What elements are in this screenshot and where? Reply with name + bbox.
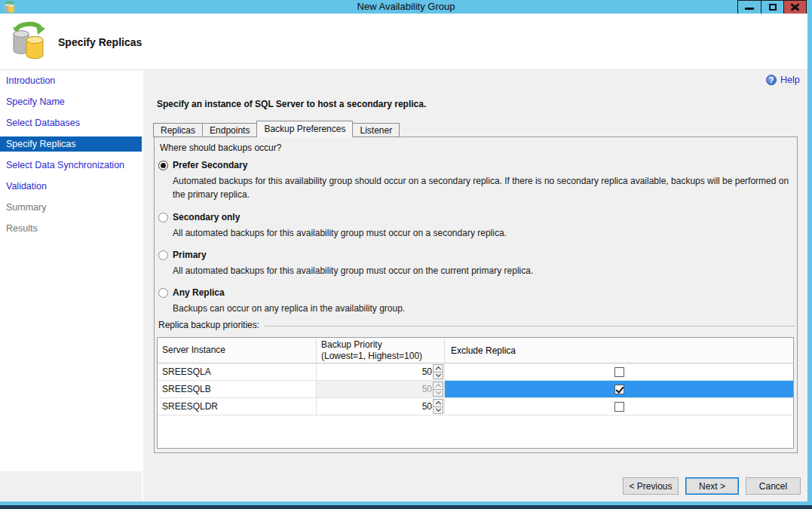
exclude-replica-checkbox[interactable] — [614, 367, 624, 377]
replica-backup-priorities-label: Replica backup priorities: — [158, 320, 259, 330]
minimize-icon — [745, 8, 754, 10]
tab-replicas[interactable]: Replicas — [153, 123, 203, 137]
priority-value[interactable]: 50 — [422, 401, 432, 412]
exclude-replica-cell — [445, 398, 793, 415]
sidebar-divider — [142, 70, 143, 501]
next-button[interactable]: Next > — [685, 477, 739, 495]
help-link[interactable]: ? Help — [766, 75, 800, 85]
priority-spinner — [433, 364, 443, 379]
prefer-secondary-label[interactable]: Prefer Secondary — [173, 160, 247, 170]
chevron-down-icon — [435, 372, 440, 377]
sidebar-item-introduction[interactable]: Introduction — [0, 73, 142, 88]
tab-backup-preferences[interactable]: Backup Preferences — [256, 121, 353, 137]
server-instance-cell[interactable]: SREESQLDR — [158, 398, 317, 415]
help-label: Help — [780, 75, 800, 85]
grid-row-sreesqlb[interactable]: SREESQLB 50 — [158, 381, 793, 398]
minimize-button[interactable] — [738, 1, 761, 14]
backup-priority-cell[interactable]: 50 — [317, 363, 445, 380]
server-instance-cell[interactable]: SREESQLA — [158, 363, 317, 380]
tab-endpoints[interactable]: Endpoints — [202, 123, 257, 137]
column-header-exclude-replica[interactable]: Exclude Replica — [445, 338, 793, 363]
backup-priority-cell: 50 — [317, 381, 445, 397]
instruction-heading: Specify an instance of SQL Server to hos… — [157, 99, 426, 109]
window-title: New Availability Group — [0, 0, 812, 14]
availability-group-icon — [8, 20, 48, 61]
sidebar-item-select-data-synchronization[interactable]: Select Data Synchronization — [0, 158, 142, 173]
any-replica-radio[interactable] — [158, 288, 168, 298]
primary-radio[interactable] — [158, 250, 168, 260]
chevron-down-icon — [435, 389, 440, 394]
exclude-replica-cell — [445, 363, 793, 380]
titlebar[interactable]: New Availability Group — [0, 0, 812, 14]
cancel-button[interactable]: Cancel — [746, 477, 801, 495]
replica-backup-priorities-group: Replica backup priorities: — [158, 320, 795, 330]
server-instance-cell[interactable]: SREESQLB — [158, 381, 317, 397]
maximize-icon — [769, 4, 777, 11]
secondary-only-description: All automated backups for this availabil… — [173, 227, 795, 241]
tab-strip: Replicas Endpoints Backup Preferences Li… — [154, 121, 400, 137]
help-icon: ? — [766, 75, 777, 85]
maximize-button[interactable] — [761, 1, 783, 14]
exclude-replica-checkbox[interactable] — [614, 385, 624, 394]
spinner-down-button[interactable] — [433, 372, 443, 380]
primary-description: All automated backups for this availabil… — [173, 265, 795, 278]
primary-label[interactable]: Primary — [173, 250, 207, 260]
secondary-only-label[interactable]: Secondary only — [173, 212, 240, 222]
secondary-only-radio[interactable] — [158, 213, 168, 222]
bottom-strip — [0, 505, 812, 509]
replica-priorities-grid: Server Instance Backup Priority (Lowest=… — [157, 337, 794, 449]
priority-value[interactable]: 50 — [422, 366, 432, 377]
window-controls — [737, 0, 807, 14]
any-replica-label[interactable]: Any Replica — [173, 287, 225, 298]
backup-priority-cell[interactable]: 50 — [317, 398, 445, 415]
page-title: Specify Replicas — [58, 36, 142, 48]
tab-listener[interactable]: Listener — [352, 123, 400, 137]
priority-spinner — [433, 382, 443, 397]
sidebar-item-summary: Summary — [0, 200, 142, 215]
sidebar-item-results: Results — [0, 221, 142, 236]
sidebar-item-specify-name[interactable]: Specify Name — [0, 94, 142, 109]
spinner-down-button — [433, 389, 443, 397]
group-separator-line — [265, 326, 795, 327]
column-header-server-instance[interactable]: Server Instance — [158, 338, 317, 363]
backup-question-label: Where should backups occur? — [160, 143, 281, 153]
exclude-replica-cell — [445, 381, 793, 397]
grid-header-row: Server Instance Backup Priority (Lowest=… — [158, 338, 793, 363]
prefer-secondary-radio[interactable] — [158, 161, 168, 170]
grid-row-sreesqla[interactable]: SREESQLA 50 — [158, 363, 793, 381]
sidebar-item-specify-replicas[interactable]: Specify Replicas — [0, 136, 142, 152]
backup-priority-header-line1: Backup Priority — [321, 339, 444, 351]
spinner-down-button[interactable] — [433, 406, 443, 415]
priority-value: 50 — [422, 384, 432, 394]
close-icon — [790, 3, 800, 11]
sidebar-item-validation[interactable]: Validation — [0, 179, 142, 194]
any-replica-description: Backups can occur on any replica in the … — [173, 302, 795, 316]
exclude-replica-checkbox[interactable] — [614, 402, 624, 412]
chevron-down-icon — [435, 406, 440, 412]
grid-row-sreesqldr[interactable]: SREESQLDR 50 — [158, 398, 793, 415]
priority-spinner — [433, 399, 443, 414]
column-header-backup-priority[interactable]: Backup Priority (Lowest=1, Highest=100) — [317, 338, 445, 363]
wizard-steps-sidebar: Introduction Specify Name Select Databas… — [0, 70, 142, 471]
close-button[interactable] — [783, 1, 806, 14]
previous-button[interactable]: < Previous — [623, 477, 679, 495]
prefer-secondary-description: Automated backups for this availability … — [173, 175, 795, 201]
wizard-header: Specify Replicas — [0, 14, 807, 70]
new-availability-group-window: New Availability Group Specify Replicas … — [0, 0, 812, 509]
sidebar-item-select-databases[interactable]: Select Databases — [0, 115, 142, 130]
backup-priority-header-line2: (Lowest=1, Highest=100) — [321, 351, 444, 362]
